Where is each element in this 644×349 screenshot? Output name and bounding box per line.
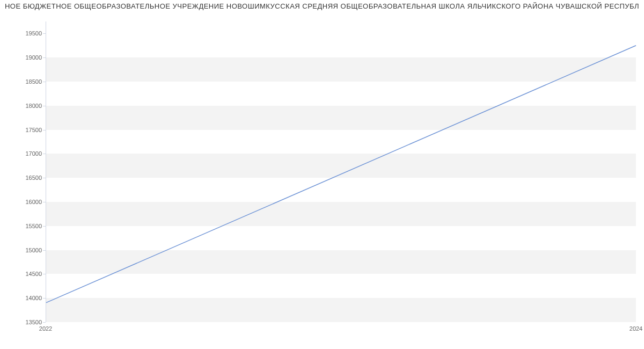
- y-tick-label: 18500: [4, 78, 42, 85]
- y-tick-label: 16500: [4, 174, 42, 181]
- y-tick-label: 17000: [4, 150, 42, 157]
- series-line: [46, 46, 636, 303]
- y-tick-label: 14000: [4, 295, 42, 301]
- line-chart: НОЕ БЮДЖЕТНОЕ ОБЩЕОБРАЗОВАТЕЛЬНОЕ УЧРЕЖД…: [0, 0, 644, 349]
- y-tick-label: 19000: [4, 54, 42, 61]
- y-axis-line: [46, 21, 46, 322]
- plot-area: [46, 21, 636, 322]
- chart-title: НОЕ БЮДЖЕТНОЕ ОБЩЕОБРАЗОВАТЕЛЬНОЕ УЧРЕЖД…: [0, 2, 644, 10]
- data-line: [46, 21, 636, 322]
- x-tick-label: 2022: [39, 325, 52, 332]
- y-tick-label: 19500: [4, 30, 42, 37]
- y-tick-mark: [43, 322, 46, 323]
- y-tick-label: 18000: [4, 103, 42, 109]
- y-tick-label: 16000: [4, 199, 42, 205]
- x-tick-label: 2024: [630, 325, 642, 332]
- y-tick-label: 17500: [4, 127, 42, 133]
- y-tick-label: 15000: [4, 247, 42, 253]
- y-tick-label: 15500: [4, 223, 42, 229]
- y-tick-label: 14500: [4, 271, 42, 277]
- y-tick-label: 13500: [4, 319, 42, 325]
